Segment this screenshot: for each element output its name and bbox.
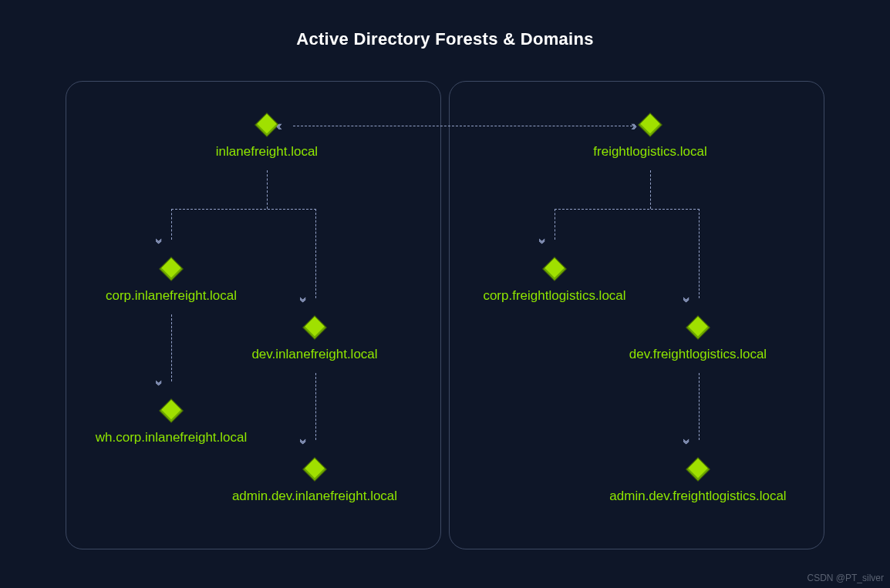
connector [267, 170, 268, 209]
arrowhead-down-icon: ›› [153, 380, 167, 383]
domain-node-dev-right: dev.freightlogistics.local [598, 319, 798, 362]
connector [171, 209, 172, 240]
connector [699, 373, 700, 440]
domain-node-corp-left: corp.inlanefreight.local [71, 260, 271, 304]
domain-label: corp.freightlogistics.local [483, 288, 625, 304]
domain-icon [686, 315, 710, 339]
diagram-title: Active Directory Forests & Domains [0, 29, 890, 49]
connector [699, 209, 700, 298]
domain-icon [686, 457, 710, 481]
domain-icon [638, 113, 662, 136]
connector [555, 209, 700, 210]
domain-node-root-right: freightlogistics.local [550, 116, 750, 160]
arrowhead-down-icon: ›› [680, 438, 694, 442]
arrowhead-down-icon: ›› [153, 238, 167, 241]
domain-icon [542, 257, 566, 281]
trust-connector [293, 126, 632, 126]
arrowhead-down-icon: ›› [297, 438, 311, 442]
arrowhead-left-icon: ‹‹ [276, 119, 279, 133]
watermark: CSDN @PT_silver [807, 573, 884, 583]
domain-icon [302, 457, 326, 481]
domain-node-admin-right: admin.dev.freightlogistics.local [598, 461, 798, 504]
forest-panel-right: freightlogistics.local ›› ›› corp.freigh… [449, 81, 824, 549]
domain-node-corp-right: corp.freightlogistics.local [454, 260, 655, 304]
domain-label: inlanefreight.local [216, 144, 318, 160]
connector [315, 373, 316, 440]
connector [171, 314, 172, 381]
connector [555, 209, 555, 240]
domain-node-root-left: inlanefreight.local [167, 116, 367, 160]
domain-label: corp.inlanefreight.local [106, 288, 237, 304]
domain-label: dev.inlanefreight.local [251, 347, 377, 362]
domain-label: dev.freightlogistics.local [629, 347, 767, 362]
domain-node-wh-left: wh.corp.inlanefreight.local [71, 402, 271, 445]
domain-label: admin.dev.inlanefreight.local [232, 489, 397, 504]
domain-label: freightlogistics.local [593, 144, 706, 160]
arrowhead-down-icon: ›› [680, 297, 694, 300]
domain-node-admin-left: admin.dev.inlanefreight.local [214, 461, 415, 504]
connector [315, 209, 316, 298]
connector [171, 209, 316, 210]
domain-label: wh.corp.inlanefreight.local [96, 430, 248, 445]
domain-icon [302, 315, 326, 339]
domain-node-dev-left: dev.inlanefreight.local [214, 319, 415, 362]
domain-icon [255, 113, 278, 136]
arrowhead-right-icon: ›› [631, 119, 634, 133]
arrowhead-down-icon: ›› [536, 238, 550, 241]
forest-panel-left: inlanefreight.local ›› ›› corp.inlanefre… [66, 81, 441, 549]
domain-icon [159, 257, 183, 281]
connector [650, 170, 651, 209]
domain-icon [159, 398, 183, 422]
domain-label: admin.dev.freightlogistics.local [609, 489, 786, 504]
arrowhead-down-icon: ›› [297, 297, 311, 300]
